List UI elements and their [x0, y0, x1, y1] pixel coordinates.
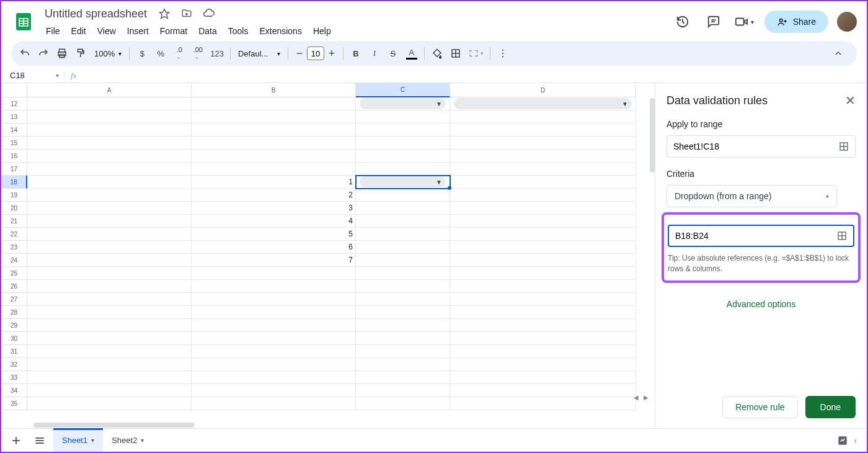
- cell[interactable]: [27, 215, 192, 228]
- cell[interactable]: [356, 384, 450, 397]
- column-header[interactable]: B: [192, 83, 356, 97]
- percent-button[interactable]: %: [152, 45, 169, 62]
- cell[interactable]: [356, 137, 450, 150]
- cell[interactable]: [27, 384, 192, 397]
- cell[interactable]: [450, 293, 636, 306]
- cell[interactable]: [356, 397, 450, 410]
- cell[interactable]: [27, 150, 192, 163]
- cell[interactable]: 4: [192, 215, 356, 228]
- dropdown-chip[interactable]: ▼: [360, 176, 446, 187]
- row-header[interactable]: 22: [1, 228, 27, 241]
- menu-tools[interactable]: Tools: [223, 24, 254, 38]
- avatar[interactable]: [837, 12, 857, 32]
- bold-button[interactable]: B: [347, 45, 365, 62]
- vertical-scrollbar[interactable]: [650, 98, 655, 173]
- cell[interactable]: [450, 241, 636, 254]
- row-header[interactable]: 20: [1, 202, 27, 215]
- cell[interactable]: [27, 371, 192, 384]
- star-icon[interactable]: [156, 5, 173, 22]
- row-header[interactable]: 15: [1, 137, 27, 150]
- explore-icon[interactable]: [836, 434, 849, 447]
- column-header[interactable]: D: [450, 83, 636, 97]
- cell[interactable]: [450, 202, 636, 215]
- cell[interactable]: 2: [192, 189, 356, 202]
- all-sheets-button[interactable]: [30, 431, 50, 451]
- row-header[interactable]: 17: [1, 163, 27, 176]
- italic-button[interactable]: I: [366, 45, 383, 62]
- menu-help[interactable]: Help: [308, 24, 336, 38]
- row-header[interactable]: 30: [1, 332, 27, 345]
- fill-color-button[interactable]: [428, 45, 446, 62]
- row-header[interactable]: 26: [1, 280, 27, 293]
- row-header[interactable]: 32: [1, 358, 27, 371]
- column-header[interactable]: A: [27, 83, 192, 97]
- cell[interactable]: [27, 345, 192, 358]
- cloud-sync-icon[interactable]: [200, 5, 218, 22]
- cell[interactable]: [192, 384, 356, 397]
- cell[interactable]: [27, 241, 192, 254]
- cell[interactable]: [450, 189, 636, 202]
- cell[interactable]: [192, 319, 356, 332]
- cell[interactable]: [27, 332, 192, 345]
- cell[interactable]: [192, 267, 356, 280]
- cell[interactable]: [450, 137, 636, 150]
- cell[interactable]: [27, 123, 192, 137]
- cell[interactable]: [450, 319, 636, 332]
- row-header[interactable]: 34: [1, 384, 27, 397]
- cell[interactable]: [356, 228, 450, 241]
- cell[interactable]: [356, 371, 450, 384]
- sheet-tab[interactable]: Sheet2▾: [103, 429, 153, 452]
- row-header[interactable]: 21: [1, 215, 27, 228]
- cell[interactable]: [356, 202, 450, 215]
- cell[interactable]: [450, 280, 636, 293]
- menu-format[interactable]: Format: [155, 24, 192, 38]
- side-panel-toggle[interactable]: ‹: [854, 436, 857, 446]
- cell[interactable]: 5: [192, 228, 356, 241]
- criteria-range-input[interactable]: [675, 231, 832, 241]
- cell[interactable]: [450, 176, 636, 189]
- cell[interactable]: [192, 137, 356, 150]
- cell[interactable]: [192, 280, 356, 293]
- cell[interactable]: ▼: [450, 97, 636, 110]
- row-header[interactable]: 12: [1, 97, 27, 110]
- formula-bar[interactable]: [82, 68, 867, 83]
- cell[interactable]: [356, 254, 450, 267]
- comment-icon[interactable]: [702, 11, 725, 33]
- row-header[interactable]: 28: [1, 306, 27, 319]
- font-size-input[interactable]: [307, 47, 324, 60]
- cell[interactable]: [356, 123, 450, 137]
- cell[interactable]: [450, 332, 636, 345]
- row-header[interactable]: 24: [1, 254, 27, 267]
- cell[interactable]: [450, 267, 636, 280]
- cell[interactable]: [192, 358, 356, 371]
- criteria-select[interactable]: Dropdown (from a range) ▾: [666, 185, 837, 207]
- cell[interactable]: [27, 267, 192, 280]
- undo-button[interactable]: [16, 45, 33, 62]
- cell[interactable]: [450, 384, 636, 397]
- row-header[interactable]: 23: [1, 241, 27, 254]
- cell[interactable]: [192, 371, 356, 384]
- dropdown-chip[interactable]: ▼: [360, 98, 446, 109]
- cell[interactable]: [27, 397, 192, 410]
- merge-button[interactable]: ▾: [466, 45, 486, 62]
- redo-button[interactable]: [35, 45, 52, 62]
- cell[interactable]: [356, 306, 450, 319]
- cell[interactable]: [450, 228, 636, 241]
- cell[interactable]: [356, 241, 450, 254]
- menu-edit[interactable]: Edit: [66, 24, 91, 38]
- cell[interactable]: [192, 345, 356, 358]
- add-sheet-button[interactable]: [6, 431, 26, 451]
- grid-icon[interactable]: [837, 231, 847, 241]
- cell[interactable]: [27, 228, 192, 241]
- meet-icon[interactable]: ▾: [733, 11, 756, 33]
- cell[interactable]: [27, 202, 192, 215]
- font-select[interactable]: Defaul...▾: [234, 49, 284, 58]
- cell[interactable]: [27, 358, 192, 371]
- share-button[interactable]: Share: [764, 11, 828, 33]
- cell[interactable]: [450, 397, 636, 410]
- cell[interactable]: [356, 319, 450, 332]
- sheet-tab[interactable]: Sheet1▾: [53, 429, 103, 452]
- more-formats-button[interactable]: 123: [208, 45, 226, 62]
- cell[interactable]: [450, 110, 636, 123]
- text-color-button[interactable]: A: [403, 45, 420, 62]
